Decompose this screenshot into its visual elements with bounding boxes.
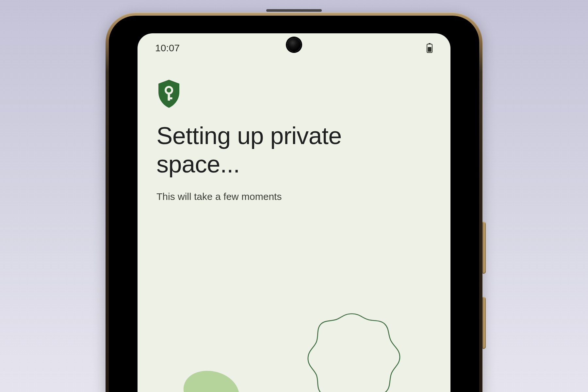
- shield-key-icon: [156, 79, 432, 108]
- svg-rect-5: [168, 97, 172, 99]
- svg-rect-4: [168, 93, 170, 101]
- status-time: 10:07: [155, 42, 180, 54]
- decorative-illustration: [138, 287, 450, 392]
- page-title: Setting up private space...: [156, 122, 432, 179]
- phone-speaker: [266, 9, 322, 12]
- phone-frame: 10:07: [106, 0, 482, 392]
- volume-up-button[interactable]: [482, 221, 486, 274]
- page-subtitle: This will take a few moments: [156, 191, 432, 202]
- svg-rect-2: [428, 47, 432, 52]
- screen: 10:07: [138, 33, 450, 392]
- battery-icon: [426, 43, 433, 53]
- volume-down-button[interactable]: [482, 297, 486, 349]
- front-camera: [283, 33, 305, 55]
